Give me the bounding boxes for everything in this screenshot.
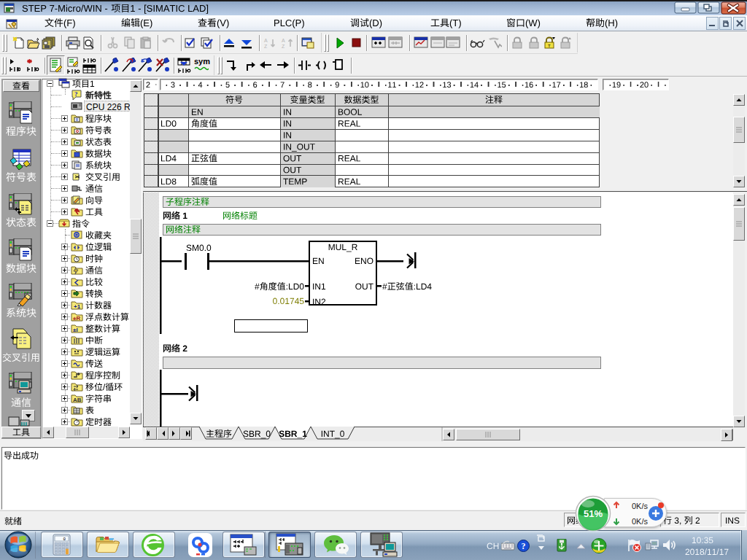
svg-text:0K/s: 0K/s: [632, 502, 649, 510]
svg-text:±R: ±R: [73, 315, 80, 322]
svg-text:A: A: [264, 38, 268, 43]
svg-text:?: ?: [522, 541, 526, 551]
svg-text:+1: +1: [74, 303, 81, 310]
svg-text:Z: Z: [264, 44, 268, 49]
svg-text:AB: AB: [73, 397, 82, 403]
svg-text:Z: Z: [282, 44, 285, 49]
svg-text:±I: ±I: [73, 327, 78, 333]
svg-text:A: A: [282, 38, 285, 43]
svg-text:0K/s: 0K/s: [632, 517, 649, 526]
svg-text:?: ?: [74, 90, 78, 98]
svg-text:0: 0: [63, 537, 66, 542]
svg-text:T: T: [548, 44, 551, 48]
svg-text:51%: 51%: [584, 508, 603, 519]
